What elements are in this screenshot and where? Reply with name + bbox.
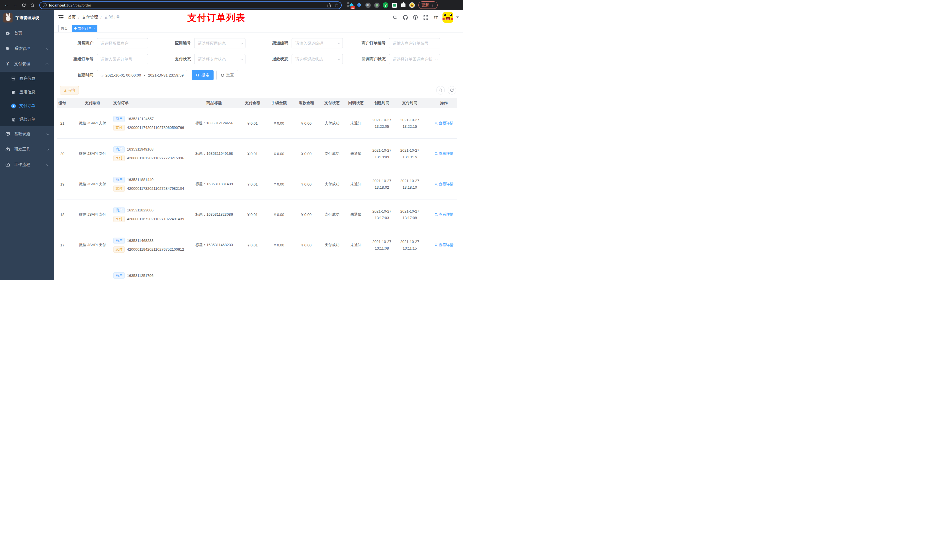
grid-icon (11, 90, 16, 95)
browser-reload-icon[interactable] (20, 2, 27, 9)
create-time-range-picker[interactable]: 2021-10-01 00:00:00 - 2021-10-31 23:59:5… (97, 70, 188, 80)
github-icon[interactable] (401, 14, 409, 21)
sidebar-item-refund-order[interactable]: 退款订单 (0, 113, 54, 126)
tab-pay-order[interactable]: 支付订单 × (72, 25, 97, 32)
search-icon[interactable] (391, 14, 399, 21)
cell-order-numbers: 商户 1635311468233 支付 42000011942021102767… (112, 238, 189, 253)
sidebar-item-merchant-info[interactable]: 商户信息 (0, 72, 54, 85)
sidebar-item-home[interactable]: 首页 (0, 26, 54, 41)
search-icon (434, 213, 438, 216)
view-detail-link[interactable]: 查看详情 (434, 242, 454, 248)
sidebar-item-system[interactable]: 系统管理 (0, 41, 54, 56)
browser-home-icon[interactable] (29, 2, 36, 9)
ext-y-icon[interactable]: y (383, 2, 388, 8)
font-size-icon[interactable]: TT (432, 14, 440, 21)
channel-code-select[interactable] (292, 38, 343, 48)
channel-order-no-input[interactable] (97, 54, 148, 64)
merchant-order-line: 商户 1635311468233 (113, 238, 187, 244)
cell-pay-status: 支付成功 (320, 121, 344, 126)
url-text[interactable]: localhost:1024/pay/order (49, 3, 325, 8)
reset-button[interactable]: 重置 (216, 70, 238, 80)
ext-chat-icon[interactable] (392, 2, 397, 8)
merchant-tag: 商户 (113, 116, 125, 122)
hamburger-icon[interactable] (54, 15, 68, 20)
cell-channel: 微信 JSAPI 支付 (73, 212, 112, 217)
browser-forward-icon[interactable]: → (11, 2, 19, 9)
help-icon[interactable] (412, 14, 419, 21)
cell-refund: ¥ 0.00 (293, 213, 320, 217)
sidebar-item-infra[interactable]: 基础设施 (0, 126, 54, 142)
avatar-caret-icon[interactable] (456, 17, 459, 18)
merchant-input[interactable] (97, 38, 148, 48)
view-detail-link[interactable]: 查看详情 (434, 212, 454, 217)
pay-status-select[interactable] (194, 54, 245, 64)
cell-refund: ¥ 0.00 (293, 121, 320, 125)
merchant-tag: 商户 (113, 146, 125, 152)
clock-icon (100, 73, 104, 77)
cell-create-time: 2021-10-2713:17:03 (368, 208, 396, 221)
ext-emoji-icon[interactable] (409, 2, 415, 8)
browser-menu-icon[interactable]: ⋮ (431, 3, 434, 8)
ext-workspace-icon[interactable]: 10 (347, 2, 353, 8)
tab-home[interactable]: 首页 (58, 25, 70, 32)
cell-order-numbers: 商户 1635312124657 支付 42000011742021102780… (112, 116, 189, 131)
date-end[interactable]: 2021-10-31 23:59:59 (148, 73, 184, 77)
cell-create-time: 2021-10-2713:19:09 (368, 147, 396, 160)
table-body: 21 微信 JSAPI 支付 商户 1635312124657 支付 42000… (57, 108, 457, 280)
gear-icon (5, 46, 10, 51)
pay-order-no: 4200001174202110278060590766 (127, 125, 184, 130)
sidebar-item-devtools[interactable]: 研发工具 (0, 142, 54, 157)
toggle-search-icon[interactable] (436, 86, 445, 95)
search-icon (434, 183, 438, 186)
monitor-chart-icon (5, 132, 10, 136)
merchant-order-no-input[interactable] (389, 38, 440, 48)
navbar: 首页 / 支付管理 / 支付订单 支付订单列表 (54, 10, 463, 24)
cell-create-time: 2021-10-2713:11:08 (368, 238, 396, 252)
cell-id: 21 (57, 121, 73, 125)
sidebar-item-workflow[interactable]: 工作流程 (0, 157, 54, 172)
browser-update-button[interactable]: 更新 ⋮ (418, 2, 438, 9)
merchant-order-no: 1635312124657 (127, 117, 154, 121)
refresh-table-icon[interactable] (448, 86, 456, 95)
fullscreen-icon[interactable] (422, 14, 430, 21)
cell-order-numbers: 商户 1635311251796 支付 (112, 272, 189, 279)
breadcrumb-home[interactable]: 首页 (68, 15, 76, 20)
dashboard-icon (5, 31, 10, 36)
cell-id: 20 (57, 152, 73, 156)
logo[interactable]: 芋道管理系统 (0, 10, 54, 26)
ext-puzzle-icon[interactable] (400, 2, 406, 8)
notify-status-select[interactable] (389, 54, 440, 64)
refund-status-select[interactable] (292, 54, 343, 64)
app-select[interactable] (194, 38, 245, 48)
breadcrumb-pay[interactable]: 支付管理 (82, 15, 98, 20)
sidebar-item-payment[interactable]: ¥ 支付管理 (0, 56, 54, 72)
sidebar-item-label: 研发工具 (14, 147, 30, 152)
cell-channel: 微信 JSAPI 支付 (73, 121, 112, 126)
site-info-icon[interactable]: i (43, 3, 47, 7)
ext-command-icon[interactable]: ⌘ (365, 2, 371, 8)
tab-close-icon[interactable]: × (93, 27, 95, 30)
ext-kite-icon[interactable] (356, 2, 362, 8)
url-bar[interactable]: i localhost:1024/pay/order ☆ (39, 2, 342, 9)
avatar[interactable] (442, 12, 453, 23)
extensions-row: 10 ⌘ y (347, 2, 415, 8)
search-button[interactable]: 搜索 (192, 70, 213, 80)
cell-refund: ¥ 0.00 (293, 182, 320, 186)
sidebar-item-pay-order[interactable]: ¥ 支付订单 (0, 99, 54, 113)
browser-back-icon[interactable]: ← (3, 2, 10, 9)
bookmark-star-icon[interactable]: ☆ (334, 3, 338, 8)
table-row: 21 微信 JSAPI 支付 商户 1635312124657 支付 42000… (57, 108, 457, 139)
date-start[interactable]: 2021-10-01 00:00:00 (105, 73, 141, 77)
yen-icon: ¥ (5, 62, 10, 66)
export-button[interactable]: 导出 (60, 86, 79, 95)
field-pay-status: 支付状态 (157, 54, 254, 64)
view-detail-link[interactable]: 查看详情 (434, 151, 454, 156)
pay-order-no: 4200001167202110271022491439 (127, 217, 184, 221)
ext-recorder-icon[interactable] (374, 2, 380, 8)
cell-amount: ¥ 0.01 (240, 213, 265, 217)
view-detail-link[interactable]: 查看详情 (434, 121, 454, 126)
view-detail-link[interactable]: 查看详情 (434, 181, 454, 187)
sidebar-item-app-info[interactable]: 应用信息 (0, 85, 54, 99)
share-icon[interactable] (327, 3, 331, 8)
cell-title: 标题：1635312124656 (189, 121, 240, 126)
